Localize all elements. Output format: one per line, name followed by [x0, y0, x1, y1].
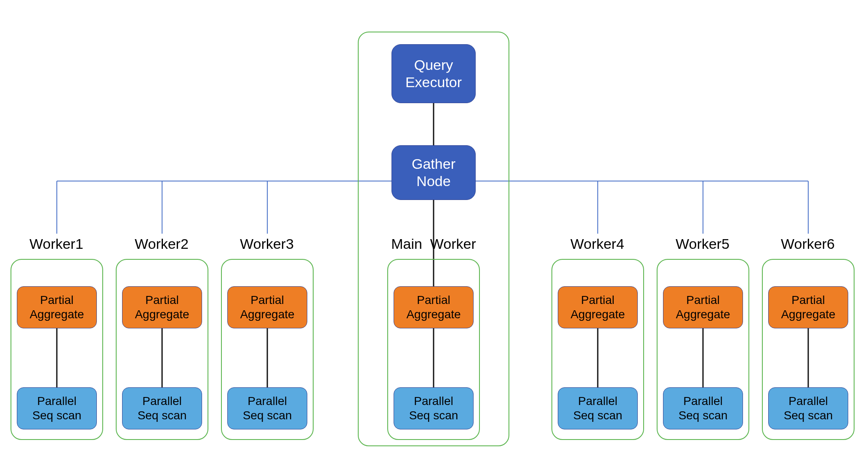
parallel-seq-scan-6: Parallel Seq scan	[768, 387, 848, 429]
parallel-seq-scan-2: Parallel Seq scan	[122, 387, 202, 429]
diagram-canvas: Query Executor Gather Node Main Worker P…	[0, 0, 868, 453]
parallel-seq-scan-1: Parallel Seq scan	[17, 387, 97, 429]
partial-aggregate-3: Partial Aggregate	[227, 286, 307, 328]
label-main-worker: Main Worker	[366, 236, 501, 252]
label-worker1: Worker1	[29, 236, 83, 252]
label-worker3: Worker3	[240, 236, 294, 252]
query-executor-node: Query Executor	[391, 44, 476, 103]
partial-aggregate-main: Partial Aggregate	[394, 286, 474, 328]
parallel-seq-scan-main: Parallel Seq scan	[394, 387, 474, 429]
parallel-seq-scan-5: Parallel Seq scan	[663, 387, 743, 429]
partial-aggregate-6: Partial Aggregate	[768, 286, 848, 328]
label-worker4: Worker4	[570, 236, 624, 252]
gather-node: Gather Node	[391, 145, 476, 200]
label-worker6: Worker6	[781, 236, 835, 252]
partial-aggregate-2: Partial Aggregate	[122, 286, 202, 328]
partial-aggregate-4: Partial Aggregate	[558, 286, 638, 328]
partial-aggregate-1: Partial Aggregate	[17, 286, 97, 328]
parallel-seq-scan-4: Parallel Seq scan	[558, 387, 638, 429]
parallel-seq-scan-3: Parallel Seq scan	[227, 387, 307, 429]
partial-aggregate-5: Partial Aggregate	[663, 286, 743, 328]
label-worker2: Worker2	[135, 236, 189, 252]
label-worker5: Worker5	[676, 236, 730, 252]
